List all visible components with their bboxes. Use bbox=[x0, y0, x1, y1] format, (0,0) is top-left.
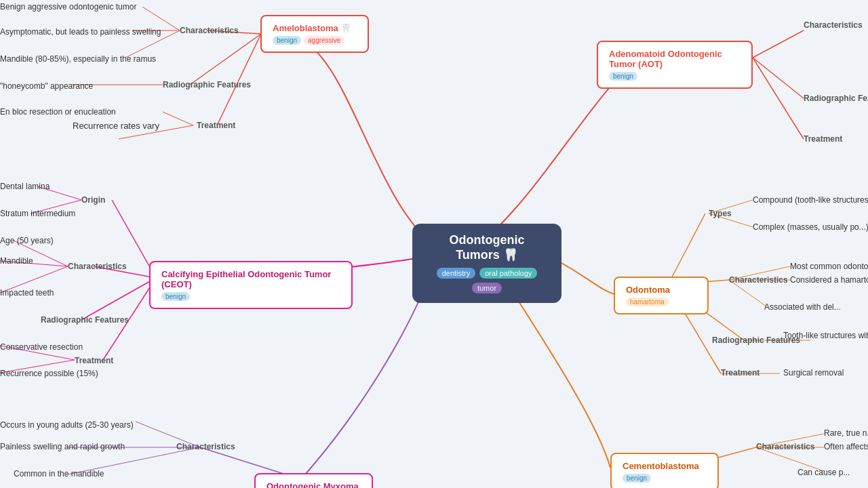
odontoma-char1: Most common odontogenic... bbox=[790, 262, 868, 271]
cemento-char2: Often affects... bbox=[824, 442, 868, 451]
amelo-treat2: Recurrence rates vary bbox=[73, 121, 159, 131]
cemento-char-label: Characteristics bbox=[756, 442, 815, 451]
odontoma-title: Odontoma bbox=[626, 285, 696, 295]
amelo-type: Benign aggressive odontogenic tumor bbox=[0, 2, 136, 12]
myxoma-char2: Painless swelling and rapid growth bbox=[0, 442, 125, 451]
amelo-treat1: En bloc resection or enucleation bbox=[0, 107, 116, 117]
odontoma-treat1: Surgical removal bbox=[783, 368, 844, 378]
myxoma-char1: Occurs in young adults (25-30 years) bbox=[0, 420, 134, 430]
svg-line-1 bbox=[190, 34, 261, 85]
ceot-origin-label: Origin bbox=[81, 195, 105, 205]
myxoma-char3: Common in the mandible bbox=[14, 469, 104, 479]
tag-oral-pathology: oral pathology bbox=[479, 268, 537, 279]
amelo-characteristics-label: Characteristics bbox=[180, 26, 239, 35]
ceot-char3: Impacted teeth bbox=[0, 288, 54, 298]
odontoma-type2: Complex (masses, usually po...) bbox=[753, 222, 868, 232]
aot-radiographic-label: Radiographic Features bbox=[804, 94, 868, 103]
cementoblastoma-title: Cementoblastoma bbox=[623, 461, 707, 471]
svg-line-14 bbox=[81, 278, 156, 320]
ceot-char1: Age (50 years) bbox=[0, 236, 54, 245]
ceot-char-label: Characteristics bbox=[68, 262, 127, 271]
aot-treatment-label: Treatment bbox=[804, 134, 842, 144]
aot-characteristics-label: Characteristics bbox=[804, 20, 863, 30]
svg-line-10 bbox=[753, 58, 804, 98]
ceot-origin2: Stratum intermedium bbox=[0, 209, 75, 218]
myxoma-title: Odontogenic Myxoma bbox=[267, 481, 361, 488]
myxoma-char-label: Characteristics bbox=[176, 442, 235, 451]
amelo-char1: Asymptomatic, but leads to painless swel… bbox=[0, 27, 161, 37]
cementoblastoma-tag-benign: benign bbox=[623, 474, 651, 483]
ceot-treat2: Recurrence possible (15%) bbox=[0, 369, 98, 378]
cemento-char1: Rare, true n... bbox=[824, 428, 868, 438]
aot-title: Adenomatoid Odontogenic Tumor (AOT) bbox=[609, 49, 741, 69]
odontoma-char2: Considered a hamartoma bbox=[790, 275, 868, 285]
svg-line-23 bbox=[668, 214, 705, 285]
odontoma-tag-hamartoma: hamartoma bbox=[626, 298, 669, 306]
ceot-treat-label: Treatment bbox=[75, 356, 113, 365]
ameloblastoma-title: Ameloblastoma 🦷 bbox=[273, 23, 357, 33]
myxoma-node: Odontogenic Myxoma bbox=[254, 473, 373, 488]
cemento-char3: Can cause p... bbox=[797, 468, 850, 477]
amelo-radio1: "honeycomb" appearance bbox=[0, 81, 93, 91]
ameloblastoma-node: Ameloblastoma 🦷 benign aggressive bbox=[260, 15, 369, 53]
odontoma-char3: Associated with del... bbox=[764, 302, 841, 312]
ameloblastoma-tag-benign: benign bbox=[273, 36, 301, 45]
ceot-char2: Mandible bbox=[0, 256, 33, 266]
tag-tumor: tumor bbox=[472, 283, 502, 293]
cementoblastoma-node: Cementoblastoma benign bbox=[610, 453, 719, 488]
amelo-treatment-label: Treatment bbox=[197, 121, 235, 130]
ceot-origin1: Dental lamina bbox=[0, 182, 50, 191]
tag-dentistry: dentistry bbox=[437, 268, 476, 279]
ameloblastoma-tag-aggressive: aggressive bbox=[304, 36, 344, 45]
svg-line-7 bbox=[163, 112, 193, 125]
amelo-radiographic-label: Radiographic Features bbox=[163, 80, 251, 89]
svg-line-11 bbox=[753, 58, 804, 139]
amelo-char2: Mandible (80-85%), especially in the ram… bbox=[0, 54, 156, 64]
odontoma-treat-label: Treatment bbox=[721, 368, 760, 378]
svg-line-9 bbox=[753, 30, 804, 58]
odontoma-type1: Compound (tooth-like structures) bbox=[753, 195, 868, 205]
aot-tag-benign: benign bbox=[609, 72, 637, 81]
ceot-node: Calcifying Epithelial Odontogenic Tumor … bbox=[149, 261, 353, 309]
ceot-radio-label: Radiographic Features bbox=[41, 315, 129, 325]
odontoma-char-label: Characteristics bbox=[729, 275, 788, 285]
main-tags: dentistry oral pathology tumor bbox=[426, 268, 548, 293]
odontoma-types-label: Types bbox=[709, 209, 732, 218]
main-title: Odontogenic Tumors 🦷 bbox=[426, 233, 548, 262]
aot-node: Adenomatoid Odontogenic Tumor (AOT) beni… bbox=[597, 41, 753, 89]
ceot-tag-benign: benign bbox=[161, 292, 190, 301]
main-node: Odontogenic Tumors 🦷 dentistry oral path… bbox=[412, 224, 561, 303]
ceot-title: Calcifying Epithelial Odontogenic Tumor … bbox=[161, 269, 340, 289]
odontoma-radio1: Tooth-like structures with radiopaque zo… bbox=[783, 331, 868, 340]
odontoma-node: Odontoma hamartoma bbox=[614, 277, 709, 314]
ceot-treat1: Conservative resection bbox=[0, 342, 83, 352]
